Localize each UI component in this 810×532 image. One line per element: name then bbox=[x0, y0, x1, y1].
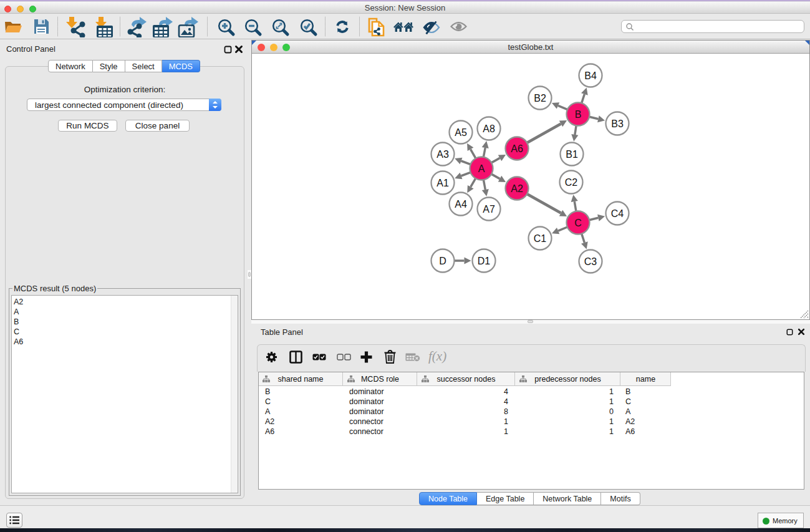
svg-text:A5: A5 bbox=[455, 127, 467, 138]
svg-text:A3: A3 bbox=[436, 149, 449, 160]
svg-text:B1: B1 bbox=[566, 149, 578, 160]
svg-text:B2: B2 bbox=[534, 93, 546, 104]
svg-text:A8: A8 bbox=[483, 123, 495, 134]
svg-text:D: D bbox=[439, 256, 446, 266]
svg-text:A1: A1 bbox=[436, 178, 449, 188]
svg-text:B4: B4 bbox=[584, 70, 597, 81]
svg-text:A2: A2 bbox=[511, 183, 523, 194]
svg-text:B3: B3 bbox=[611, 118, 624, 129]
svg-text:A7: A7 bbox=[483, 204, 495, 215]
svg-text:A: A bbox=[478, 163, 485, 174]
svg-text:A6: A6 bbox=[511, 143, 523, 154]
svg-text:B: B bbox=[575, 109, 582, 120]
svg-text:C2: C2 bbox=[565, 177, 578, 188]
svg-text:A4: A4 bbox=[455, 199, 467, 210]
svg-text:C3: C3 bbox=[584, 256, 597, 267]
svg-text:D1: D1 bbox=[478, 256, 491, 266]
svg-text:C: C bbox=[574, 218, 582, 228]
svg-text:C1: C1 bbox=[534, 233, 547, 244]
svg-text:C4: C4 bbox=[611, 208, 624, 219]
